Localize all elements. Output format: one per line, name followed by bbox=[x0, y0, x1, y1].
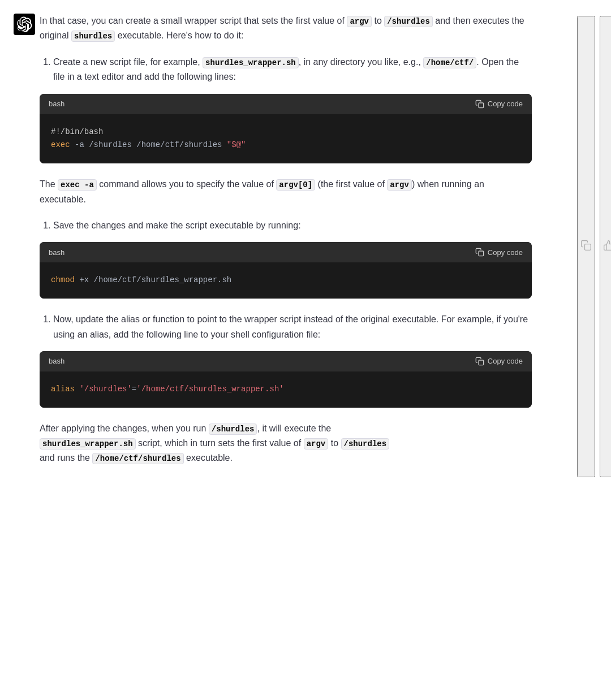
code-block-3-body: alias '/shurdles'='/home/ctf/shurdles_wr… bbox=[40, 371, 532, 408]
code-alias-keyword: alias bbox=[51, 384, 75, 394]
inline-code-argv0: argv[0] bbox=[276, 179, 315, 191]
inline-code-home-ctf: /home/ctf/ bbox=[423, 57, 476, 68]
code-line-exec: exec -a /shurdles /home/ctf/shurdles "$@… bbox=[51, 139, 520, 152]
inline-code-exec-a: exec -a bbox=[58, 179, 97, 191]
code-block-2-body: chmod +x /home/ctf/shurdles_wrapper.sh bbox=[40, 262, 532, 299]
svg-rect-0 bbox=[479, 103, 484, 108]
copy-code-3-button[interactable]: Copy code bbox=[475, 357, 523, 366]
code-chmod-args: +x /home/ctf/shurdles_wrapper.sh bbox=[75, 275, 231, 284]
code-chmod-keyword: chmod bbox=[51, 275, 75, 284]
inline-code-shurdles-run: /shurdles bbox=[209, 424, 257, 435]
code-exec-args: -a /shurdles /home/ctf/shurdles bbox=[70, 140, 227, 149]
svg-rect-3 bbox=[585, 244, 591, 250]
code-block-3: bash Copy code alias '/shurdles'='/home/… bbox=[40, 351, 532, 408]
exec-explanation-paragraph: The exec -a command allows you to specif… bbox=[40, 177, 532, 207]
outro-paragraph: After applying the changes, when you run… bbox=[40, 421, 532, 466]
chatgpt-avatar bbox=[14, 14, 35, 35]
code-exec-string: "$@" bbox=[227, 140, 246, 149]
copy-icon-2 bbox=[475, 248, 484, 257]
code-block-3-header: bash Copy code bbox=[40, 351, 532, 371]
code-block-1: bash Copy code #!/bin/bash exec -a /shur… bbox=[40, 94, 532, 164]
inline-code-shurdles-path: /shurdles bbox=[384, 16, 433, 27]
inline-code-home-ctf-shurdles: /home/ctf/shurdles bbox=[92, 453, 183, 464]
action-buttons bbox=[577, 14, 611, 477]
inline-code-shurdles: shurdles bbox=[71, 31, 115, 42]
svg-rect-2 bbox=[479, 360, 484, 365]
inline-code-shurdles-val: /shurdles bbox=[341, 438, 390, 450]
code-line-shebang: #!/bin/bash bbox=[51, 126, 520, 139]
code-line-alias: alias '/shurdles'='/home/ctf/shurdles_wr… bbox=[51, 383, 520, 396]
intro-paragraph: In that case, you can create a small wra… bbox=[40, 14, 532, 44]
code-block-1-body: #!/bin/bash exec -a /shurdles /home/ctf/… bbox=[40, 114, 532, 164]
inline-code-wrapper-sh-2: shurdles_wrapper.sh bbox=[40, 438, 136, 450]
code-exec-keyword: exec bbox=[51, 140, 70, 149]
inline-code-argv2: argv bbox=[387, 179, 412, 191]
copy-code-1-button[interactable]: Copy code bbox=[475, 100, 523, 109]
code-block-3-lang: bash bbox=[49, 357, 64, 365]
inline-code-argv-3: argv bbox=[304, 438, 329, 450]
inline-code-wrapper-sh: shurdles_wrapper.sh bbox=[203, 57, 299, 68]
thumbs-up-icon bbox=[603, 240, 611, 251]
code-block-2: bash Copy code chmod +x /home/ctf/shurdl… bbox=[40, 242, 532, 299]
svg-rect-1 bbox=[479, 251, 484, 256]
copy-code-2-button[interactable]: Copy code bbox=[475, 248, 523, 257]
code-alias-string2: '/home/ctf/shurdles_wrapper.sh' bbox=[136, 384, 283, 394]
copy-icon-3 bbox=[475, 357, 484, 366]
inline-code-argv: argv bbox=[347, 16, 372, 27]
copy-response-button[interactable] bbox=[577, 16, 595, 477]
copy-response-icon bbox=[580, 240, 592, 251]
step-1-item: Create a new script file, for example, s… bbox=[53, 55, 532, 85]
code-block-2-lang: bash bbox=[49, 248, 64, 257]
code-alias-string1: '/shurdles' bbox=[75, 384, 132, 394]
code-block-1-header: bash Copy code bbox=[40, 94, 532, 114]
code-block-2-header: bash Copy code bbox=[40, 242, 532, 262]
step-3-item: Now, update the alias or function to poi… bbox=[53, 312, 532, 342]
code-line-chmod: chmod +x /home/ctf/shurdles_wrapper.sh bbox=[51, 274, 520, 287]
code-block-1-lang: bash bbox=[49, 100, 64, 108]
copy-icon-1 bbox=[475, 100, 484, 109]
code-alias-eq: = bbox=[132, 384, 136, 394]
step-2-item: Save the changes and make the script exe… bbox=[53, 218, 532, 233]
thumbs-up-button[interactable] bbox=[600, 16, 611, 477]
